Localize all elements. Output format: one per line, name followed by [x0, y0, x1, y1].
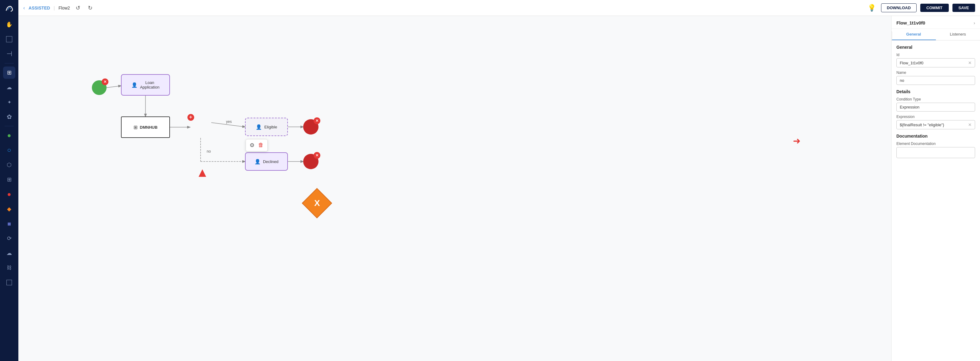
tab-listeners[interactable]: Listeners: [936, 29, 980, 40]
panel-title: Flow_1t1v0f0: [896, 20, 925, 26]
red-arrow-up: ▲: [196, 166, 209, 179]
eligible-task[interactable]: 👤 Eligible: [245, 118, 288, 136]
commit-button[interactable]: COMMIT: [920, 4, 949, 12]
sidebar-item-magic[interactable]: ✦: [3, 96, 15, 108]
sidebar-item-red[interactable]: ●: [3, 188, 15, 200]
condition-type-input-wrapper[interactable]: [896, 103, 975, 112]
active-icon: ⊞: [7, 69, 12, 76]
gateway-container[interactable]: X ✕: [190, 117, 211, 138]
header-separator: |: [54, 5, 55, 10]
sidebar-item-diamond[interactable]: ◆: [3, 203, 15, 215]
lightbulb-icon: 💡: [868, 4, 876, 12]
sidebar-item-chain[interactable]: ⛓: [3, 262, 15, 274]
assisted-label: ASSISTED: [29, 5, 50, 10]
id-input-wrapper[interactable]: ✕: [896, 58, 975, 67]
ai-icon[interactable]: 💡: [866, 2, 877, 13]
canvas[interactable]: ✕ 👤 Loan Application ⊞ DMNHUB X: [18, 16, 891, 361]
declined-task[interactable]: 👤 Declined: [245, 152, 288, 171]
flower-icon: ✿: [7, 113, 12, 120]
save-button[interactable]: SAVE: [953, 4, 975, 12]
right-panel: › Flow_1t1v0f0 › General Listeners Gener…: [891, 16, 980, 361]
user-task-icon: 👤: [131, 82, 137, 88]
diamond-icon: ◆: [7, 206, 11, 212]
loop-icon: ⟳: [7, 235, 12, 242]
end-event-2[interactable]: ✕: [303, 154, 318, 169]
sidebar-divider-2: [5, 126, 14, 126]
end-event-1[interactable]: ✕: [303, 119, 318, 134]
red-circle-icon: ●: [7, 190, 11, 198]
panel-body: General Id ✕ Name: [891, 40, 980, 163]
id-input[interactable]: [900, 61, 967, 65]
element-doc-input[interactable]: [900, 150, 972, 155]
grid-icon: ⊞: [7, 176, 12, 183]
connect-icon: ⊣: [6, 50, 12, 58]
panel-collapse-button[interactable]: ›: [891, 31, 892, 40]
download-button[interactable]: DOWNLOAD: [881, 3, 916, 12]
condition-type-label: Condition Type: [896, 97, 975, 101]
green-circle-icon: ●: [7, 131, 11, 139]
magic-icon: ✦: [7, 99, 11, 105]
app-logo[interactable]: [4, 3, 15, 14]
sidebar-item-loop[interactable]: ⟳: [3, 232, 15, 244]
eligible-task-icon: 👤: [256, 124, 262, 130]
panel-expand-icon[interactable]: ›: [974, 21, 975, 26]
end-event-1-error: ✕: [313, 117, 320, 124]
sidebar-item-cloud[interactable]: ☁: [3, 81, 15, 93]
details-section-title: Details: [896, 89, 975, 94]
service-task-icon: ⊞: [134, 125, 137, 130]
tab-general[interactable]: General: [891, 29, 936, 40]
flow-name-label: Flow2: [59, 5, 70, 10]
red-arrow-right: ➜: [793, 136, 800, 146]
sidebar-item-box2[interactable]: [3, 276, 15, 289]
name-field-group: Name: [896, 70, 975, 85]
element-doc-input-wrapper[interactable]: [896, 147, 975, 158]
sidebar: ✋ ⊣ ⊞ ☁ ✦ ✿ ● ○ ⬡ ⊞ ● ◆ ■ ⟳ ☁ ⛓: [0, 0, 18, 361]
declined-task-icon: 👤: [255, 159, 261, 165]
sidebar-item-hand[interactable]: ✋: [3, 18, 15, 30]
header: ‹ ASSISTED | Flow2 ↺ ↻ 💡 DOWNLOAD COMMIT…: [18, 0, 980, 16]
gateway-x-icon: X: [314, 198, 320, 208]
start-event[interactable]: ✕: [92, 80, 107, 95]
dmnhub-task[interactable]: ⊞ DMNHUB: [121, 117, 170, 138]
id-clear-icon[interactable]: ✕: [968, 61, 972, 65]
element-doc-label: Element Documentation: [896, 142, 975, 146]
expression-input-wrapper[interactable]: ✕: [896, 120, 975, 129]
loan-app-label: Loan Application: [140, 80, 159, 89]
details-section: Details Condition Type Expression ✕: [896, 89, 975, 129]
name-input-wrapper[interactable]: [896, 76, 975, 85]
condition-type-group: Condition Type: [896, 97, 975, 112]
toolbar-settings-icon[interactable]: ⚙: [250, 142, 255, 149]
element-doc-group: Element Documentation: [896, 142, 975, 158]
undo-icon: ↺: [76, 5, 80, 11]
documentation-section: Documentation Element Documentation: [896, 134, 975, 158]
back-button[interactable]: ‹: [23, 5, 25, 11]
hand-icon: ✋: [6, 21, 13, 28]
undo-button[interactable]: ↺: [73, 4, 82, 12]
loan-application-task[interactable]: 👤 Loan Application: [121, 74, 170, 96]
redo-button[interactable]: ↻: [86, 4, 94, 12]
dmnhub-label: DMNHUB: [140, 125, 158, 129]
sidebar-item-rect[interactable]: ■: [3, 217, 15, 230]
name-input[interactable]: [900, 78, 972, 83]
redo-icon: ↻: [88, 5, 92, 11]
sidebar-item-blue-ring[interactable]: ○: [3, 144, 15, 156]
sidebar-item-cloud2[interactable]: ☁: [3, 247, 15, 259]
declined-label: Declined: [263, 159, 279, 164]
sidebar-item-active[interactable]: ⊞: [3, 67, 15, 79]
end-event-2-error: ✕: [313, 152, 320, 159]
sidebar-item-select[interactable]: [3, 33, 15, 45]
sidebar-item-shield[interactable]: ⬡: [3, 159, 15, 171]
condition-type-input[interactable]: [900, 105, 972, 109]
panel-tabs: General Listeners: [891, 29, 980, 40]
expression-label: Expression: [896, 115, 975, 119]
blue-ring-icon: ○: [7, 146, 11, 154]
sidebar-item-connect[interactable]: ⊣: [3, 48, 15, 60]
sidebar-item-grid[interactable]: ⊞: [3, 173, 15, 186]
toolbar-delete-icon[interactable]: 🗑: [258, 142, 264, 149]
sidebar-item-green[interactable]: ●: [3, 129, 15, 142]
exclusive-gateway[interactable]: X: [302, 188, 332, 219]
start-event-error-badge: ✕: [102, 78, 108, 85]
sidebar-item-flower[interactable]: ✿: [3, 111, 15, 123]
expression-clear-icon[interactable]: ✕: [968, 122, 972, 127]
expression-input[interactable]: [900, 123, 967, 127]
